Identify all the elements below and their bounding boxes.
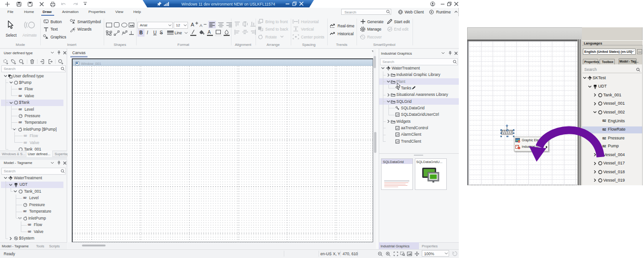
svg-text:T: T xyxy=(44,20,46,23)
svg-text:A: A xyxy=(208,30,211,35)
